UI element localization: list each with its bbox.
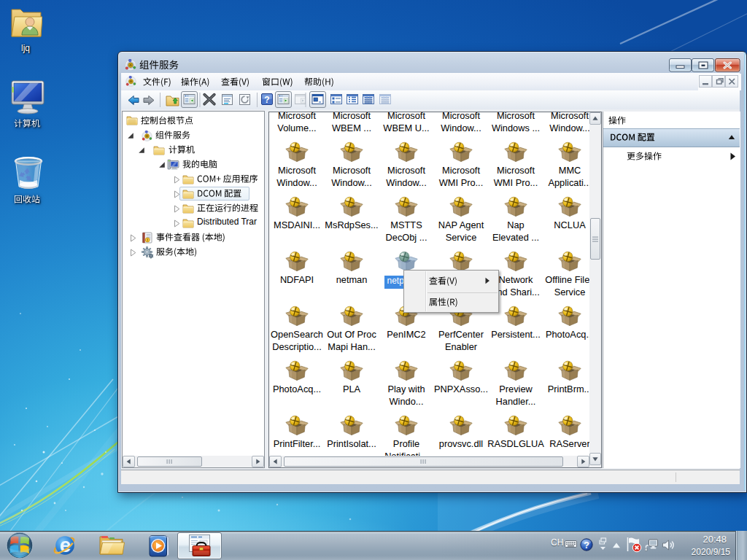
svg-text:?: ? bbox=[584, 540, 589, 551]
svg-text:?: ? bbox=[264, 95, 269, 105]
svg-text:e: e bbox=[60, 534, 71, 556]
